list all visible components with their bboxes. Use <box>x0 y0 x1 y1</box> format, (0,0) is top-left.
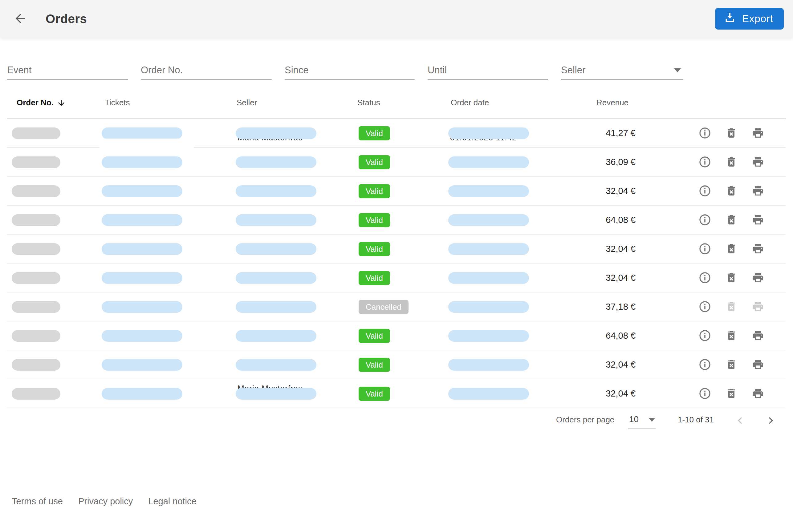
row-actions <box>698 185 765 198</box>
seller-redacted-value <box>236 359 316 371</box>
order-info-button[interactable] <box>698 185 712 198</box>
order-date-redacted-value <box>448 359 529 371</box>
seller-redacted-value <box>236 301 316 313</box>
delete-order-button[interactable] <box>725 127 738 140</box>
status-badge: Valid <box>358 126 390 140</box>
seller-redacted-value <box>236 243 316 255</box>
orders-per-page-value: 10 <box>629 414 639 424</box>
table-row: Valid32,04 € <box>0 177 793 206</box>
info-icon <box>699 156 711 169</box>
print-icon <box>752 156 764 169</box>
revenue-value: 32,04 € <box>551 388 635 399</box>
seller-redacted-value <box>236 272 316 284</box>
print-order-button[interactable] <box>751 271 765 285</box>
print-order-button[interactable] <box>751 155 765 169</box>
chevron-down-icon <box>674 68 681 72</box>
print-icon <box>752 127 764 140</box>
order-info-button[interactable] <box>698 300 712 314</box>
chevron-down-icon <box>649 418 655 422</box>
order-no-redacted-value <box>12 128 60 139</box>
order-date-redacted-value <box>448 185 529 197</box>
terms-of-use-link[interactable]: Terms of use <box>12 496 63 507</box>
row-actions <box>698 329 765 343</box>
delete-icon <box>725 387 738 401</box>
order-info-button[interactable] <box>698 242 712 256</box>
delete-order-button[interactable] <box>725 242 738 256</box>
seller-filter-select[interactable]: Seller <box>561 60 683 80</box>
event-filter-label: Event <box>7 65 32 75</box>
table-row: Cancelled37,18 € <box>0 292 793 321</box>
order-info-button[interactable] <box>698 213 712 227</box>
legal-notice-link[interactable]: Legal notice <box>148 496 196 507</box>
print-order-button[interactable] <box>751 329 765 343</box>
delete-order-button[interactable] <box>725 387 738 401</box>
column-header-revenue[interactable]: Revenue <box>596 98 628 108</box>
order-no-redacted-value <box>12 156 60 168</box>
info-icon <box>699 271 711 285</box>
since-filter-label: Since <box>285 65 309 75</box>
order-info-button[interactable] <box>698 155 712 169</box>
order-info-button[interactable] <box>698 271 712 285</box>
delete-order-button[interactable] <box>725 300 738 314</box>
back-button[interactable] <box>12 11 28 27</box>
order-info-button[interactable] <box>698 358 712 372</box>
status-badge: Valid <box>358 387 390 401</box>
order-no-redacted-value <box>12 330 60 342</box>
order-info-button[interactable] <box>698 387 712 401</box>
print-order-button[interactable] <box>751 127 765 140</box>
status-badge: Valid <box>358 358 390 372</box>
print-order-button[interactable] <box>751 213 765 227</box>
order-info-button[interactable] <box>698 127 712 140</box>
tickets-redacted-value <box>102 330 182 342</box>
revenue-value: 32,04 € <box>551 244 635 254</box>
delete-order-button[interactable] <box>725 358 738 372</box>
delete-order-button[interactable] <box>725 185 738 198</box>
orders-per-page-select[interactable]: 10 <box>628 413 656 429</box>
revenue-value: 32,04 € <box>551 186 635 196</box>
privacy-policy-link[interactable]: Privacy policy <box>78 496 133 507</box>
revenue-value: 64,08 € <box>551 331 635 341</box>
table-header: Order No. Tickets Seller Status Order da… <box>0 92 793 119</box>
order-no-filter-label: Order No. <box>141 65 183 75</box>
column-header-tickets[interactable]: Tickets <box>105 98 130 108</box>
delete-order-button[interactable] <box>725 155 738 169</box>
order-date-redacted-value <box>448 272 529 284</box>
order-no-redacted-value <box>12 359 60 371</box>
filter-bar: Event Order No. Since Until Seller <box>7 60 696 80</box>
export-button[interactable]: Export <box>715 8 784 30</box>
previous-page-button[interactable] <box>731 411 749 430</box>
print-order-button[interactable] <box>751 358 765 372</box>
event-filter-input[interactable]: Event <box>7 60 128 80</box>
column-header-order-no[interactable]: Order No. <box>17 98 66 108</box>
row-actions <box>698 213 765 227</box>
pagination-bar: Orders per page 10 1-10 of 31 <box>0 406 793 435</box>
order-no-filter-input[interactable]: Order No. <box>141 60 272 80</box>
column-header-status[interactable]: Status <box>357 98 380 108</box>
print-order-button[interactable] <box>751 242 765 256</box>
delete-icon <box>725 358 738 372</box>
column-header-seller[interactable]: Seller <box>237 98 257 108</box>
order-no-redacted-value <box>12 272 60 284</box>
delete-order-button[interactable] <box>725 213 738 227</box>
status-badge: Valid <box>358 329 390 343</box>
since-filter-input[interactable]: Since <box>285 60 415 80</box>
print-order-button[interactable] <box>751 185 765 198</box>
print-order-button[interactable] <box>751 387 765 401</box>
info-icon <box>699 243 711 256</box>
until-filter-input[interactable]: Until <box>428 60 548 80</box>
table-row: Maria MusterfrauValid32,04 € <box>0 379 793 408</box>
print-icon <box>752 387 764 401</box>
order-info-button[interactable] <box>698 329 712 343</box>
column-header-order-date[interactable]: Order date <box>451 98 489 108</box>
print-icon <box>752 243 764 256</box>
delete-icon <box>725 127 738 140</box>
orders-per-page-label: Orders per page <box>556 415 614 424</box>
export-button-label: Export <box>742 13 773 25</box>
print-order-button[interactable] <box>751 300 765 314</box>
revenue-value: 32,04 € <box>551 273 635 283</box>
delete-order-button[interactable] <box>725 271 738 285</box>
delete-order-button[interactable] <box>725 329 738 343</box>
next-page-button[interactable] <box>761 411 780 430</box>
order-date-redacted-value <box>448 388 529 400</box>
tickets-redacted-value <box>102 301 182 313</box>
